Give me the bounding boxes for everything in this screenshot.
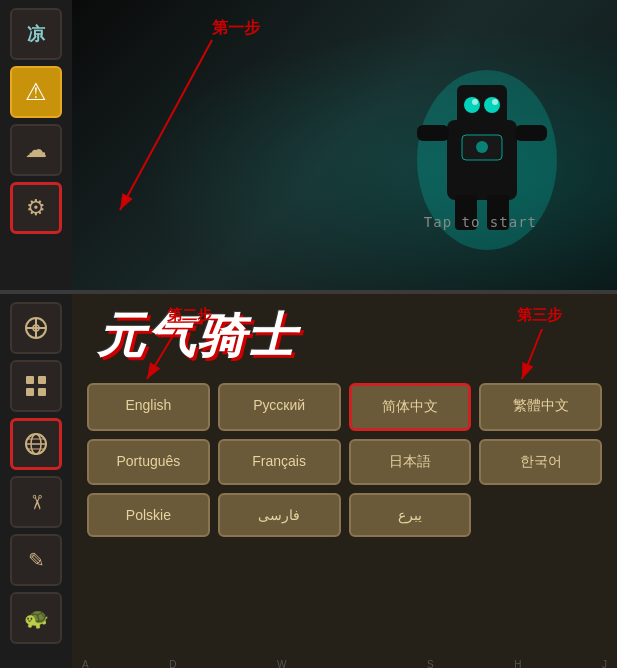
lang-btn-french[interactable]: Français	[218, 439, 341, 485]
cloud-icon: ☁	[25, 137, 47, 163]
settings-icon: ⚙	[26, 195, 46, 221]
svg-point-4	[484, 97, 500, 113]
game-area[interactable]: Tap to start 第一步	[72, 0, 617, 290]
sidebar-btn-crosshair[interactable]	[10, 302, 62, 354]
language-globe-icon	[22, 430, 50, 458]
sidebar-btn-language[interactable]	[10, 418, 62, 470]
settings2-icon: 🐢	[24, 606, 49, 630]
sidebar-btn-settings2[interactable]: 🐢	[10, 592, 62, 644]
language-grid: English Русский 简体中文 繁體中文 Português Fran…	[87, 383, 602, 537]
sidebar-btn-grid[interactable]	[10, 360, 62, 412]
lang-btn-polish[interactable]: Polskie	[87, 493, 210, 537]
pencil-icon: ✎	[28, 548, 45, 572]
lang-btn-chinese-simplified[interactable]: 简体中文	[349, 383, 472, 431]
tap-to-start-text[interactable]: Tap to start	[424, 214, 537, 230]
kb-hint-s: S	[427, 659, 434, 668]
annotation-step3: 第三步	[517, 306, 562, 325]
kb-hint-j: J	[602, 659, 607, 668]
sidebar-btn-scissor[interactable]: ✂	[10, 476, 62, 528]
annotation-step1: 第一步	[212, 18, 260, 39]
kb-hint-h: H	[514, 659, 521, 668]
svg-rect-19	[26, 376, 34, 384]
kb-hint-w: W	[277, 659, 286, 668]
kb-hint-d: D	[169, 659, 176, 668]
kb-hints: A D W S H J	[72, 659, 617, 668]
svg-point-5	[472, 99, 478, 105]
character-icon: 凉	[27, 22, 45, 46]
lang-btn-english[interactable]: English	[87, 383, 210, 431]
alert-icon: ⚠	[25, 78, 47, 106]
svg-rect-20	[38, 376, 46, 384]
sidebar-btn-settings[interactable]: ⚙	[10, 182, 62, 234]
lang-btn-chinese-traditional[interactable]: 繁體中文	[479, 383, 602, 431]
bottom-section: ✂ ✎ 🐢 元气骑士 第二步 第三步	[0, 294, 617, 668]
sidebar-btn-alert[interactable]: ⚠	[10, 66, 62, 118]
svg-rect-10	[515, 125, 547, 141]
lang-btn-korean[interactable]: 한국어	[479, 439, 602, 485]
svg-point-12	[476, 141, 488, 153]
annotation-step2: 第二步	[167, 306, 212, 325]
sidebar-btn-character[interactable]: 凉	[10, 8, 62, 60]
lang-btn-russian[interactable]: Русский	[218, 383, 341, 431]
lang-btn-portuguese[interactable]: Português	[87, 439, 210, 485]
lang-btn-arabic[interactable]: يبرع	[349, 493, 472, 537]
svg-rect-22	[38, 388, 46, 396]
sidebar-btn-pencil[interactable]: ✎	[10, 534, 62, 586]
svg-point-6	[492, 99, 498, 105]
kb-hint-a: A	[82, 659, 89, 668]
sidebar-btn-cloud[interactable]: ☁	[10, 124, 62, 176]
svg-point-3	[464, 97, 480, 113]
grid-icon	[22, 372, 50, 400]
lang-btn-persian[interactable]: فارسی	[218, 493, 341, 537]
game-menu-area: 元气骑士 第二步 第三步	[72, 294, 617, 668]
svg-rect-21	[26, 388, 34, 396]
lang-btn-japanese[interactable]: 日本語	[349, 439, 472, 485]
crosshair-icon	[22, 314, 50, 342]
lang-btn-empty	[479, 493, 602, 537]
scissor-icon: ✂	[24, 494, 48, 511]
svg-rect-9	[417, 125, 449, 141]
left-sidebar-top: 凉 ⚠ ☁ ⚙	[0, 0, 72, 290]
left-sidebar-bottom: ✂ ✎ 🐢	[0, 294, 72, 668]
top-section: 凉 ⚠ ☁ ⚙	[0, 0, 617, 290]
